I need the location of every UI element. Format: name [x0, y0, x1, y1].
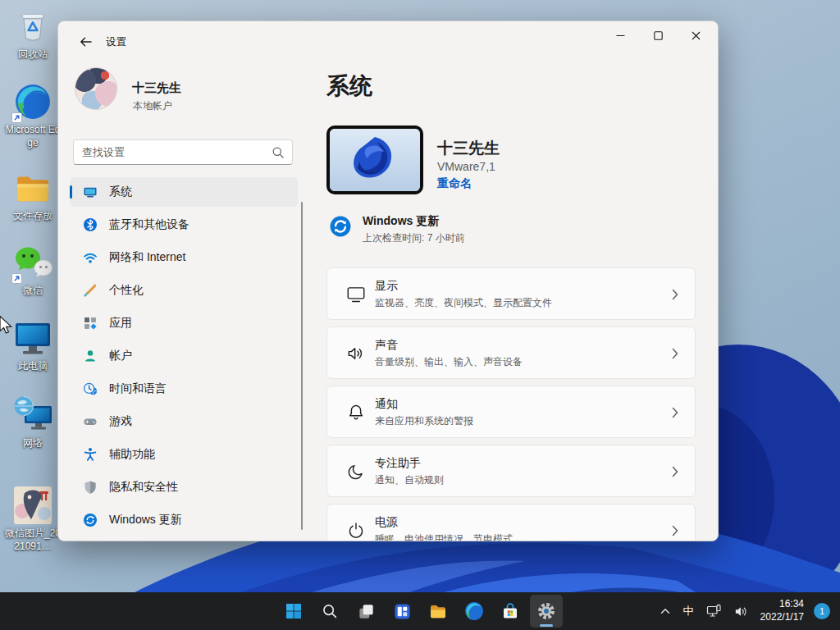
settings-gear-icon — [536, 600, 557, 622]
speaker-tray-icon — [733, 604, 749, 619]
profile-name: 十三先生 — [132, 80, 181, 96]
chevron-right-icon — [672, 466, 678, 481]
chevron-right-icon — [672, 348, 678, 363]
sidebar-item-label: 帐户 — [109, 349, 132, 363]
sidebar-item-label: 隐私和安全性 — [109, 480, 178, 495]
titlebar[interactable]: 设置 — [58, 21, 718, 61]
taskbar-clock[interactable]: 16:34 2022/1/17 — [756, 598, 809, 623]
system-icon — [83, 185, 98, 199]
card-subtitle: 睡眠、电池使用情况、节电模式 — [375, 532, 513, 541]
avatar — [75, 67, 117, 110]
selection-indicator — [70, 185, 72, 199]
windows-update-detail: 上次检查时间: 7 小时前 — [363, 231, 465, 245]
taskbar: 中 16:34 2022/1/17 1 — [0, 592, 840, 630]
search-box — [73, 139, 293, 165]
start-button[interactable] — [277, 595, 310, 628]
desktop-icon-wechat-image[interactable]: 微信图片_2021091… — [3, 486, 62, 553]
page-title: 系统 — [326, 71, 372, 102]
windows-update-title[interactable]: Windows 更新 — [363, 214, 439, 229]
desktop-icon-label: 网络 — [23, 437, 43, 450]
desktop: 回收站 Microsoft Edge 文件存放 — [0, 0, 840, 630]
chevron-right-icon — [672, 525, 678, 540]
desktop-icon-label: 微信图片_2021091… — [3, 527, 62, 553]
back-button[interactable] — [71, 30, 99, 54]
card-title: 通知 — [375, 397, 398, 412]
card-subtitle: 来自应用和系统的警报 — [375, 414, 473, 428]
card-focus-assist[interactable]: 专注助手 通知、自动规则 — [326, 445, 696, 497]
sidebar-item-windows-update[interactable]: Windows 更新 — [70, 505, 298, 535]
profile-account-type: 本地帐户 — [133, 99, 172, 113]
edge-button[interactable] — [458, 595, 491, 628]
sidebar-item-network[interactable]: 网络和 Internet — [70, 243, 298, 272]
network-tray-button[interactable] — [701, 595, 727, 628]
desktop-icon-label: 此电脑 — [18, 360, 48, 373]
privacy-shield-icon — [83, 480, 98, 495]
network-icon — [13, 395, 52, 435]
card-subtitle: 监视器、亮度、夜间模式、显示配置文件 — [375, 296, 552, 310]
image-file-icon — [13, 486, 52, 525]
time-language-icon — [83, 381, 98, 396]
sidebar-item-label: 时间和语言 — [109, 381, 167, 396]
desktop-icon-folder[interactable]: 文件存放 — [3, 168, 62, 223]
device-model: VMware7,1 — [437, 160, 495, 173]
accounts-icon — [83, 349, 98, 363]
file-explorer-button[interactable] — [422, 595, 454, 628]
widgets-button[interactable] — [386, 595, 418, 628]
minimize-icon — [615, 30, 626, 41]
desktop-icon-network[interactable]: 网络 — [3, 395, 62, 450]
chevron-up-icon — [659, 605, 672, 618]
clock-date: 2022/1/17 — [760, 611, 804, 624]
task-view-button[interactable] — [349, 595, 382, 628]
card-title: 显示 — [375, 279, 398, 294]
maximize-button[interactable] — [639, 21, 677, 49]
sidebar-item-label: 个性化 — [109, 283, 144, 298]
sidebar-item-apps[interactable]: 应用 — [70, 308, 298, 338]
desktop-icon-edge[interactable]: Microsoft Edge — [3, 82, 62, 149]
edge-icon — [13, 82, 52, 121]
sidebar-item-privacy[interactable]: 隐私和安全性 — [70, 472, 298, 502]
sidebar-item-gaming[interactable]: 游戏 — [70, 407, 298, 436]
search-icon — [321, 602, 339, 620]
tray-chevron-button[interactable] — [654, 595, 677, 628]
sidebar-item-personalization[interactable]: 个性化 — [70, 276, 298, 305]
sidebar-item-time-language[interactable]: 时间和语言 — [70, 374, 298, 404]
minimize-button[interactable] — [601, 21, 639, 49]
display-icon — [345, 284, 367, 305]
device-thumbnail — [326, 126, 423, 194]
search-input[interactable] — [82, 140, 262, 164]
card-notifications[interactable]: 通知 来自应用和系统的警报 — [326, 386, 696, 438]
sidebar-item-bluetooth[interactable]: 蓝牙和其他设备 — [70, 210, 298, 240]
task-view-icon — [357, 602, 376, 621]
maximize-icon — [653, 30, 664, 41]
ime-indicator[interactable]: 中 — [678, 595, 699, 628]
recycle-bin-icon — [13, 7, 52, 46]
card-display[interactable]: 显示 监视器、亮度、夜间模式、显示配置文件 — [326, 267, 696, 320]
settings-button[interactable] — [530, 595, 563, 628]
card-power[interactable]: 电源 睡眠、电池使用情况、节电模式 — [326, 504, 696, 541]
wechat-icon — [13, 243, 52, 282]
sidebar-scrollbar[interactable] — [301, 202, 303, 530]
clock-time: 16:34 — [760, 598, 804, 611]
card-sound[interactable]: 声音 音量级别、输出、输入、声音设备 — [326, 326, 696, 379]
desktop-icon-label: 微信 — [23, 285, 43, 298]
desktop-icon-wechat[interactable]: 微信 — [3, 243, 62, 298]
desktop-icon-label: 文件存放 — [13, 210, 52, 223]
sidebar-item-accounts[interactable]: 帐户 — [70, 341, 298, 371]
shortcut-arrow-icon — [11, 273, 22, 284]
rename-link[interactable]: 重命名 — [437, 176, 472, 191]
chevron-right-icon — [672, 407, 678, 422]
notification-badge[interactable]: 1 — [814, 603, 830, 619]
close-button[interactable] — [677, 21, 714, 49]
volume-tray-button[interactable] — [728, 595, 754, 628]
device-name: 十三先生 — [437, 138, 500, 159]
desktop-icon-recycle-bin[interactable]: 回收站 — [3, 7, 62, 62]
card-title: 电源 — [375, 515, 398, 530]
sidebar-item-system[interactable]: 系统 — [70, 177, 298, 207]
edge-icon — [464, 601, 484, 621]
accessibility-icon — [83, 447, 98, 462]
store-button[interactable] — [494, 595, 527, 628]
sidebar-item-accessibility[interactable]: 辅助功能 — [70, 440, 298, 469]
search-button[interactable] — [313, 595, 346, 628]
card-subtitle: 音量级别、输出、输入、声音设备 — [375, 355, 523, 369]
gaming-icon — [83, 414, 98, 429]
